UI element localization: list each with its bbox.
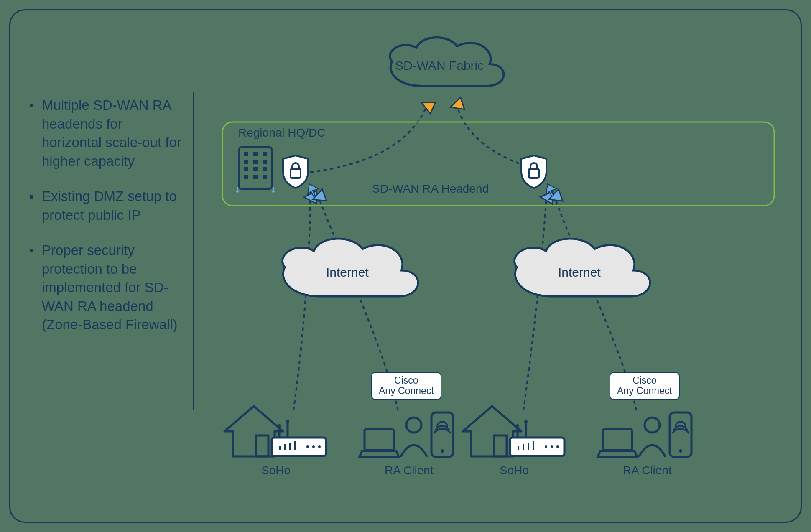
raclient-label-1: RA Client xyxy=(385,464,434,477)
raclient-label-2: RA Client xyxy=(623,464,672,477)
regional-hq-label: Regional HQ/DC xyxy=(238,126,326,140)
soho-label-2: SoHo xyxy=(500,464,529,477)
soho-label-1: SoHo xyxy=(261,464,291,477)
ra-client-icon-1 xyxy=(360,412,453,457)
cursor-icon-right xyxy=(546,184,557,196)
cisco-anyconnect-badge-2: Cisco Any Connect xyxy=(610,372,680,400)
architecture-diagram xyxy=(9,9,802,523)
shield-lock-icon-right xyxy=(521,155,546,188)
headend-label: SD-WAN RA Headend xyxy=(372,182,489,196)
badge2-line2: Any Connect xyxy=(617,385,672,396)
cursor-icon-left xyxy=(308,184,319,196)
internet-label-2: Internet xyxy=(558,265,601,280)
building-icon xyxy=(236,147,275,193)
internet-label-1: Internet xyxy=(326,265,369,280)
ra-client-icon-2 xyxy=(598,412,691,457)
sd-wan-fabric-label: SD-WAN Fabric xyxy=(395,59,484,73)
router-icon-1 xyxy=(272,420,326,456)
badge2-line1: Cisco xyxy=(632,375,657,386)
badge1-line2: Any Connect xyxy=(379,385,434,396)
cisco-anyconnect-badge-1: Cisco Any Connect xyxy=(371,372,441,400)
shield-lock-icon-left xyxy=(283,155,308,188)
badge1-line1: Cisco xyxy=(394,375,418,386)
router-icon-2 xyxy=(510,420,564,456)
